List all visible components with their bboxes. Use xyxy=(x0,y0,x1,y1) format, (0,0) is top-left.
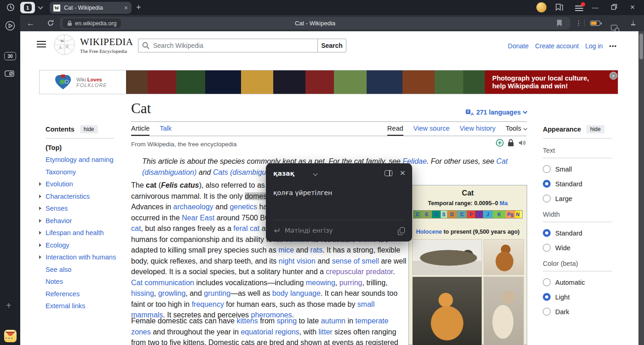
wikilink[interactable]: hissing xyxy=(131,289,154,297)
radio-icon[interactable] xyxy=(543,244,551,252)
radio-icon[interactable] xyxy=(543,195,551,202)
main-menu-icon[interactable] xyxy=(37,41,46,47)
wikipedia-wordmark[interactable]: WIKIPEDIA The Free Encyclopedia xyxy=(80,36,133,54)
timescale-segment[interactable]: K xyxy=(493,211,506,218)
bookmark-flag-icon[interactable] xyxy=(557,20,562,27)
page-protection-lock-icon[interactable] xyxy=(507,139,514,147)
wikilink[interactable]: body language xyxy=(272,289,321,297)
address-bar[interactable]: en.wikipedia.org Cat - Wikipedia xyxy=(60,17,570,29)
scrollbar-thumb[interactable] xyxy=(639,34,643,59)
radio-option-standard[interactable]: Standard xyxy=(543,229,626,237)
radio-selected-icon[interactable] xyxy=(543,293,551,301)
wikilink[interactable]: archaeology xyxy=(173,203,213,211)
tab-tools[interactable]: Tools xyxy=(506,125,527,136)
toc-link[interactable]: See also xyxy=(46,266,71,273)
wikilink[interactable]: Cat communication xyxy=(131,279,194,287)
extensions-dots-icon[interactable]: ⋮ xyxy=(575,19,582,27)
toc-link[interactable]: External links xyxy=(46,302,85,310)
language-chevron-icon[interactable] xyxy=(313,172,318,176)
play-media-icon[interactable] xyxy=(5,21,15,31)
chevron-right-icon[interactable] xyxy=(39,207,41,210)
bookmarks-icon[interactable] xyxy=(555,3,564,12)
page-scrollbar[interactable] xyxy=(638,31,644,345)
browser-tab[interactable]: W Cat - Wikipedia × xyxy=(50,2,132,14)
holocene-link[interactable]: Holocene xyxy=(416,229,442,235)
toc-link[interactable]: Taxonomy xyxy=(46,168,76,176)
restore-button[interactable] xyxy=(611,4,617,10)
radio-option-small[interactable]: Small xyxy=(543,165,626,173)
languages-button[interactable]: A 271 languages xyxy=(466,109,527,116)
minimize-button[interactable]: — xyxy=(591,4,600,11)
timescale-segment[interactable]: D xyxy=(447,211,457,218)
toc-link[interactable]: Notes xyxy=(46,278,63,285)
toc-hide-button[interactable]: hide xyxy=(80,125,98,133)
banner-message[interactable]: Photograph your local culture, help Wiki… xyxy=(485,70,618,94)
wikipedia-globe-logo[interactable]: WΩA xyxy=(53,34,75,56)
timescale-segment[interactable]: C xyxy=(457,211,467,218)
toc-link[interactable]: Senses xyxy=(46,205,68,212)
geologic-timescale-bar[interactable]: CЄOSDCPTJKPgN xyxy=(413,210,523,218)
wikilink[interactable]: Near East xyxy=(182,214,214,222)
toc-link[interactable]: Etymology and naming xyxy=(46,156,114,163)
battery-saver-icon[interactable] xyxy=(590,21,600,26)
timescale-segment[interactable]: T xyxy=(475,211,483,218)
toc-item[interactable]: Senses xyxy=(46,205,138,212)
toc-item[interactable]: Lifespan and health xyxy=(46,230,138,236)
screenshot-icon[interactable] xyxy=(5,69,16,78)
wikilink[interactable]: growling xyxy=(158,289,186,297)
cat-photo-siamese[interactable] xyxy=(483,276,524,345)
ma-link[interactable]: Ma xyxy=(500,200,507,207)
donate-link[interactable]: Donate xyxy=(508,42,529,50)
wikilink[interactable]: meowing xyxy=(306,279,335,287)
radio-option-automatic[interactable]: Automatic xyxy=(543,278,626,286)
radio-option-large[interactable]: Large xyxy=(543,195,626,202)
wikilink[interactable]: frequency xyxy=(192,300,224,308)
close-window-button[interactable]: × xyxy=(630,3,635,12)
wiki-loves-folklore-banner[interactable]: Wiki Loves FOLKLORE Photograph your loca… xyxy=(39,70,618,94)
wikilink[interactable]: crepuscular predator xyxy=(326,268,393,276)
toc-item[interactable]: Notes xyxy=(46,278,138,285)
wikilink[interactable]: litter xyxy=(318,328,332,336)
wikilink[interactable]: rats xyxy=(310,246,323,254)
search-button[interactable]: Search xyxy=(317,39,346,52)
toc-item[interactable]: Ecology xyxy=(46,242,138,248)
wikilink[interactable]: genetics xyxy=(230,203,257,211)
sidebar-add-icon[interactable]: + xyxy=(6,300,12,311)
timescale-segment[interactable]: S xyxy=(441,211,447,218)
timescale-segment[interactable]: N xyxy=(515,211,520,218)
wikilink[interactable]: night vision xyxy=(279,257,316,265)
new-tab-button[interactable]: + xyxy=(136,3,141,12)
toc-link[interactable]: Behavior xyxy=(46,217,72,224)
url-chip[interactable]: en.wikipedia.org xyxy=(63,18,121,28)
target-language-label[interactable]: қазақ xyxy=(273,170,294,177)
toc-item[interactable]: (Top) xyxy=(46,144,138,151)
wikilink[interactable]: kittens xyxy=(236,317,258,325)
timescale-segment[interactable]: C xyxy=(414,211,422,218)
toc-item[interactable]: External links xyxy=(46,303,138,309)
toc-link[interactable]: (Top) xyxy=(46,144,62,151)
chevron-right-icon[interactable] xyxy=(39,231,41,235)
toc-item[interactable]: Etymology and naming xyxy=(46,156,138,163)
radio-icon[interactable] xyxy=(543,278,551,286)
cat-photo-tabby[interactable] xyxy=(412,239,482,275)
toc-link[interactable]: Evolution xyxy=(46,180,73,188)
radio-option-standard[interactable]: Standard xyxy=(543,180,626,188)
open-side-panel-icon[interactable] xyxy=(385,170,392,176)
chevron-right-icon[interactable] xyxy=(39,243,41,247)
toc-item[interactable]: Evolution xyxy=(46,181,138,187)
radio-selected-icon[interactable] xyxy=(543,180,551,188)
wikilink[interactable]: autumn xyxy=(321,317,345,325)
toc-item[interactable]: Characteristics xyxy=(46,193,138,200)
toc-link[interactable]: Interaction with humans xyxy=(46,253,116,261)
toc-link[interactable]: Lifespan and health xyxy=(46,229,104,236)
timescale-segment[interactable]: Pg xyxy=(506,211,515,218)
sidebar-more-icon[interactable]: ••• xyxy=(5,335,14,342)
popup-close-icon[interactable]: × xyxy=(400,169,406,177)
history-clock-icon[interactable] xyxy=(6,3,15,12)
tab-read[interactable]: Read xyxy=(387,125,403,136)
chevron-right-icon[interactable] xyxy=(39,219,41,223)
timer-badge[interactable]: 30 xyxy=(4,52,16,60)
toc-item[interactable]: Taxonomy xyxy=(46,169,138,175)
radio-icon[interactable] xyxy=(543,165,551,173)
timescale-segment[interactable]: Є xyxy=(422,211,432,218)
